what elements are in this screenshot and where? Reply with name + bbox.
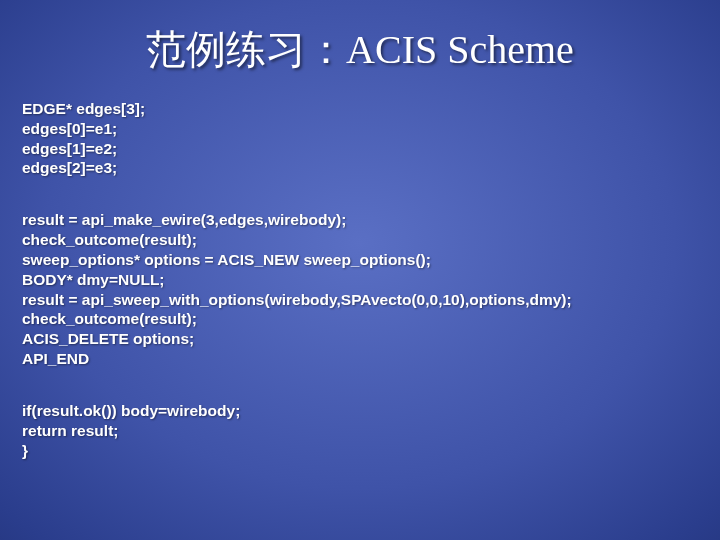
slide-title: 范例练习：ACIS Scheme [0, 0, 720, 85]
spacer-1 [0, 178, 720, 196]
spacer-2 [0, 369, 720, 387]
code-block-2: result = api_make_ewire(3,edges,wirebody… [0, 210, 720, 369]
code-block-1: EDGE* edges[3]; edges[0]=e1; edges[1]=e2… [0, 99, 720, 178]
code-block-3: if(result.ok()) body=wirebody; return re… [0, 401, 720, 460]
